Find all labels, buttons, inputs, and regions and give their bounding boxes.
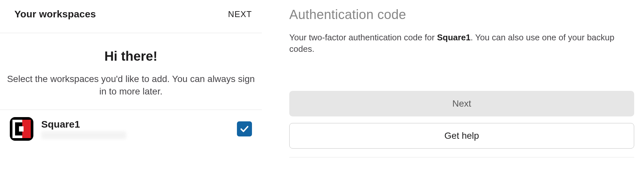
workspace-text: Square1 [41, 119, 237, 139]
checkmark-icon [240, 124, 249, 134]
workspace-item[interactable]: Square1 [0, 110, 262, 148]
auth-description: Your two-factor authentication code for … [289, 32, 626, 55]
divider [289, 157, 634, 157]
workspace-icon [10, 117, 33, 141]
workspace-list: Square1 [0, 110, 262, 148]
greeting-title: Hi there! [7, 49, 255, 64]
auth-desc-prefix: Your two-factor authentication code for [289, 32, 437, 42]
workspaces-title: Your workspaces [14, 9, 96, 20]
get-help-button[interactable]: Get help [289, 123, 634, 149]
header-next-button[interactable]: NEXT [228, 9, 252, 19]
workspaces-header: Your workspaces NEXT [0, 0, 262, 33]
workspaces-pane: Your workspaces NEXT Hi there! Select th… [0, 0, 262, 185]
workspace-checkbox[interactable] [237, 121, 252, 136]
workspace-subtext-redacted [41, 131, 126, 139]
auth-pane: Authentication code Your two-factor auth… [262, 0, 644, 185]
auth-heading: Authentication code [289, 7, 634, 22]
auth-desc-workspace: Square1 [437, 32, 471, 42]
greeting-subtitle: Select the workspaces you'd like to add.… [7, 73, 255, 98]
next-button[interactable]: Next [289, 91, 634, 116]
workspace-name: Square1 [41, 119, 237, 130]
